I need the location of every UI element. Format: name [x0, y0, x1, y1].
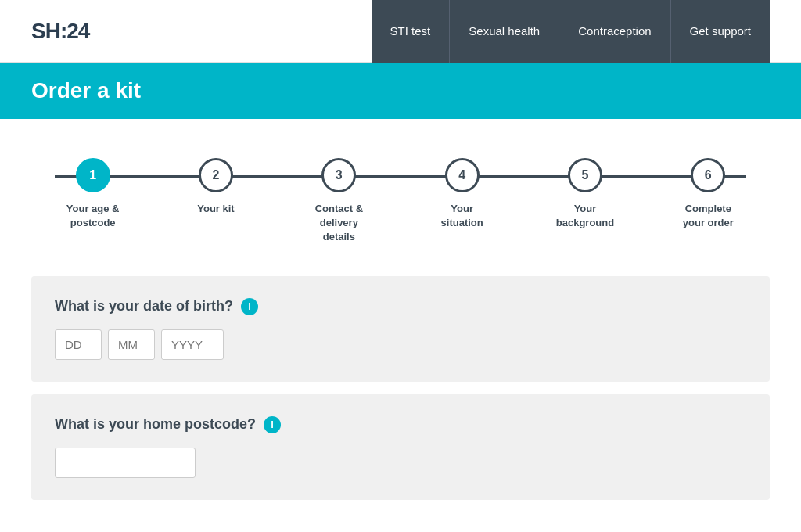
step-1: 1 Your age &postcode [31, 158, 154, 230]
dob-day-input[interactable] [55, 329, 102, 360]
page-banner: Order a kit [0, 63, 801, 119]
step-6-label: Completeyour order [683, 202, 734, 230]
nav-sexual-health[interactable]: Sexual health [450, 0, 559, 63]
progress-steps: 1 Your age &postcode 2 Your kit 3 Contac… [31, 142, 770, 253]
main-content: 1 Your age &postcode 2 Your kit 3 Contac… [0, 119, 801, 532]
step-3-label: Contact &deliverydetails [315, 202, 363, 245]
step-5: 5 Yourbackground [523, 158, 646, 230]
nav-contraception[interactable]: Contraception [559, 0, 670, 63]
postcode-question: What is your home postcode? i [55, 416, 746, 433]
nav-sti-test[interactable]: STI test [372, 0, 451, 63]
step-2: 2 Your kit [154, 158, 277, 216]
dob-question: What is your date of birth? i [55, 298, 746, 315]
postcode-question-text: What is your home postcode? [55, 416, 256, 433]
dob-month-input[interactable] [108, 329, 155, 360]
dob-section: What is your date of birth? i [31, 276, 770, 382]
dob-question-text: What is your date of birth? [55, 298, 233, 315]
step-4-circle: 4 [445, 158, 480, 192]
step-2-label: Your kit [197, 202, 234, 216]
site-logo: SH:24 [31, 19, 89, 44]
page-title: Order a kit [31, 78, 770, 103]
step-6-circle: 6 [691, 158, 725, 192]
postcode-info-icon[interactable]: i [264, 416, 281, 433]
date-inputs [55, 329, 746, 360]
step-2-circle: 2 [199, 158, 233, 192]
dob-info-icon[interactable]: i [241, 298, 258, 315]
dob-year-input[interactable] [161, 329, 224, 360]
step-4: 4 Yoursituation [400, 158, 523, 230]
step-1-circle: 1 [76, 158, 110, 192]
main-nav: STI test Sexual health Contraception Get… [372, 0, 770, 63]
header: SH:24 STI test Sexual health Contracepti… [0, 0, 801, 63]
step-3: 3 Contact &deliverydetails [278, 158, 400, 245]
step-1-label: Your age &postcode [66, 202, 120, 230]
postcode-section: What is your home postcode? i [31, 394, 770, 500]
step-5-circle: 5 [568, 158, 602, 192]
step-3-circle: 3 [321, 158, 356, 192]
step-5-label: Yourbackground [556, 202, 614, 230]
step-6: 6 Completeyour order [647, 158, 770, 230]
step-4-label: Yoursituation [441, 202, 483, 230]
postcode-input[interactable] [55, 448, 196, 478]
nav-get-support[interactable]: Get support [671, 0, 770, 63]
